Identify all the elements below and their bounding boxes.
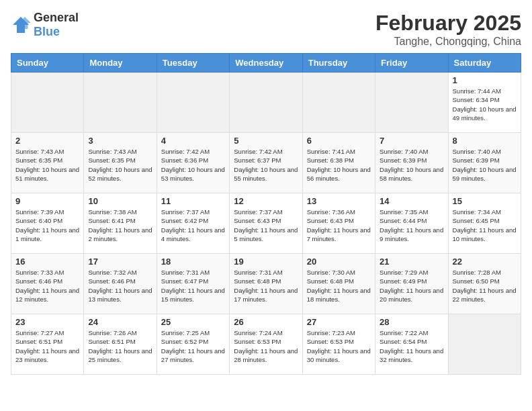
day-info: Sunrise: 7:40 AM Sunset: 6:39 PM Dayligh… <box>380 147 443 183</box>
logo-general: General <box>34 11 79 24</box>
calendar-cell: 20Sunrise: 7:30 AM Sunset: 6:48 PM Dayli… <box>302 254 375 314</box>
calendar-cell: 19Sunrise: 7:31 AM Sunset: 6:48 PM Dayli… <box>230 254 302 314</box>
calendar-cell: 13Sunrise: 7:36 AM Sunset: 6:43 PM Dayli… <box>302 193 375 254</box>
day-info: Sunrise: 7:32 AM Sunset: 6:46 PM Dayligh… <box>88 268 152 304</box>
day-info: Sunrise: 7:43 AM Sunset: 6:35 PM Dayligh… <box>88 147 152 183</box>
day-number: 17 <box>88 257 152 267</box>
day-info: Sunrise: 7:37 AM Sunset: 6:43 PM Dayligh… <box>234 208 298 243</box>
day-number: 20 <box>307 257 371 267</box>
calendar-cell <box>84 73 157 133</box>
header: General Blue February 2025 Tanghe, Chong… <box>11 11 521 48</box>
day-info: Sunrise: 7:42 AM Sunset: 6:36 PM Dayligh… <box>161 147 225 183</box>
calendar-cell: 12Sunrise: 7:37 AM Sunset: 6:43 PM Dayli… <box>230 193 302 254</box>
day-number: 26 <box>234 317 298 327</box>
day-info: Sunrise: 7:29 AM Sunset: 6:49 PM Dayligh… <box>380 268 443 304</box>
calendar-cell: 24Sunrise: 7:26 AM Sunset: 6:51 PM Dayli… <box>84 314 157 375</box>
calendar-cell: 27Sunrise: 7:23 AM Sunset: 6:53 PM Dayli… <box>302 314 375 375</box>
calendar-week-row: 9Sunrise: 7:39 AM Sunset: 6:40 PM Daylig… <box>11 193 521 254</box>
day-number: 2 <box>15 136 79 146</box>
day-info: Sunrise: 7:38 AM Sunset: 6:41 PM Dayligh… <box>88 208 152 243</box>
day-info: Sunrise: 7:34 AM Sunset: 6:45 PM Dayligh… <box>453 208 517 243</box>
calendar-cell: 7Sunrise: 7:40 AM Sunset: 6:39 PM Daylig… <box>375 133 448 193</box>
weekday-header-wednesday: Wednesday <box>230 54 302 73</box>
day-info: Sunrise: 7:28 AM Sunset: 6:50 PM Dayligh… <box>453 268 517 304</box>
day-info: Sunrise: 7:40 AM Sunset: 6:39 PM Dayligh… <box>453 147 517 183</box>
calendar-cell <box>230 73 302 133</box>
calendar-cell <box>11 73 84 133</box>
calendar-cell <box>157 73 229 133</box>
calendar-cell <box>448 314 521 375</box>
day-number: 12 <box>234 196 298 206</box>
calendar-cell: 28Sunrise: 7:22 AM Sunset: 6:54 PM Dayli… <box>375 314 448 375</box>
day-number: 3 <box>88 136 152 146</box>
day-number: 13 <box>307 196 371 206</box>
day-info: Sunrise: 7:23 AM Sunset: 6:53 PM Dayligh… <box>307 328 371 364</box>
day-info: Sunrise: 7:42 AM Sunset: 6:37 PM Dayligh… <box>234 147 298 183</box>
day-number: 9 <box>15 196 79 206</box>
calendar-cell: 15Sunrise: 7:34 AM Sunset: 6:45 PM Dayli… <box>448 193 521 254</box>
title-area: February 2025 Tanghe, Chongqing, China <box>375 11 521 48</box>
logo-blue: Blue <box>34 25 60 38</box>
weekday-header-thursday: Thursday <box>302 54 375 73</box>
calendar-cell: 8Sunrise: 7:40 AM Sunset: 6:39 PM Daylig… <box>448 133 521 193</box>
day-number: 7 <box>380 136 443 146</box>
day-number: 24 <box>88 317 152 327</box>
day-info: Sunrise: 7:31 AM Sunset: 6:47 PM Dayligh… <box>161 268 225 304</box>
day-info: Sunrise: 7:39 AM Sunset: 6:40 PM Dayligh… <box>15 208 79 243</box>
day-number: 14 <box>380 196 443 206</box>
day-number: 8 <box>453 136 517 146</box>
day-number: 27 <box>307 317 371 327</box>
day-number: 16 <box>15 257 79 267</box>
day-info: Sunrise: 7:30 AM Sunset: 6:48 PM Dayligh… <box>307 268 371 304</box>
day-number: 21 <box>380 257 443 267</box>
calendar-cell: 26Sunrise: 7:24 AM Sunset: 6:53 PM Dayli… <box>230 314 302 375</box>
calendar-header: SundayMondayTuesdayWednesdayThursdayFrid… <box>11 54 521 73</box>
day-number: 19 <box>234 257 298 267</box>
calendar-cell: 2Sunrise: 7:43 AM Sunset: 6:35 PM Daylig… <box>11 133 84 193</box>
weekday-header-friday: Friday <box>375 54 448 73</box>
day-number: 1 <box>453 75 517 85</box>
calendar-cell: 9Sunrise: 7:39 AM Sunset: 6:40 PM Daylig… <box>11 193 84 254</box>
day-info: Sunrise: 7:44 AM Sunset: 6:34 PM Dayligh… <box>453 87 517 122</box>
calendar-week-row: 2Sunrise: 7:43 AM Sunset: 6:35 PM Daylig… <box>11 133 521 193</box>
day-number: 10 <box>88 196 152 206</box>
calendar-week-row: 23Sunrise: 7:27 AM Sunset: 6:51 PM Dayli… <box>11 314 521 375</box>
calendar-cell <box>375 73 448 133</box>
calendar-cell: 3Sunrise: 7:43 AM Sunset: 6:35 PM Daylig… <box>84 133 157 193</box>
logo-icon <box>11 15 31 35</box>
calendar-week-row: 16Sunrise: 7:33 AM Sunset: 6:46 PM Dayli… <box>11 254 521 314</box>
day-number: 6 <box>307 136 371 146</box>
day-info: Sunrise: 7:26 AM Sunset: 6:51 PM Dayligh… <box>88 328 152 364</box>
weekday-header-sunday: Sunday <box>11 54 84 73</box>
calendar-cell: 16Sunrise: 7:33 AM Sunset: 6:46 PM Dayli… <box>11 254 84 314</box>
calendar-cell: 14Sunrise: 7:35 AM Sunset: 6:44 PM Dayli… <box>375 193 448 254</box>
day-info: Sunrise: 7:27 AM Sunset: 6:51 PM Dayligh… <box>15 328 79 364</box>
calendar-cell: 17Sunrise: 7:32 AM Sunset: 6:46 PM Dayli… <box>84 254 157 314</box>
day-number: 22 <box>453 257 517 267</box>
day-info: Sunrise: 7:35 AM Sunset: 6:44 PM Dayligh… <box>380 208 443 243</box>
day-info: Sunrise: 7:33 AM Sunset: 6:46 PM Dayligh… <box>15 268 79 304</box>
day-info: Sunrise: 7:43 AM Sunset: 6:35 PM Dayligh… <box>15 147 79 183</box>
calendar-cell: 21Sunrise: 7:29 AM Sunset: 6:49 PM Dayli… <box>375 254 448 314</box>
day-info: Sunrise: 7:24 AM Sunset: 6:53 PM Dayligh… <box>234 328 298 364</box>
day-number: 11 <box>161 196 225 206</box>
day-number: 28 <box>380 317 443 327</box>
calendar-cell: 22Sunrise: 7:28 AM Sunset: 6:50 PM Dayli… <box>448 254 521 314</box>
calendar-cell: 23Sunrise: 7:27 AM Sunset: 6:51 PM Dayli… <box>11 314 84 375</box>
day-info: Sunrise: 7:41 AM Sunset: 6:38 PM Dayligh… <box>307 147 371 183</box>
weekday-header-saturday: Saturday <box>448 54 521 73</box>
calendar-week-row: 1Sunrise: 7:44 AM Sunset: 6:34 PM Daylig… <box>11 73 521 133</box>
calendar-cell: 18Sunrise: 7:31 AM Sunset: 6:47 PM Dayli… <box>157 254 229 314</box>
day-number: 4 <box>161 136 225 146</box>
weekday-header-row: SundayMondayTuesdayWednesdayThursdayFrid… <box>11 54 521 73</box>
day-number: 25 <box>161 317 225 327</box>
calendar-cell: 1Sunrise: 7:44 AM Sunset: 6:34 PM Daylig… <box>448 73 521 133</box>
location-title: Tanghe, Chongqing, China <box>375 36 521 48</box>
weekday-header-tuesday: Tuesday <box>157 54 229 73</box>
calendar-cell: 11Sunrise: 7:37 AM Sunset: 6:42 PM Dayli… <box>157 193 229 254</box>
logo: General Blue <box>11 11 79 39</box>
calendar-cell <box>302 73 375 133</box>
day-info: Sunrise: 7:36 AM Sunset: 6:43 PM Dayligh… <box>307 208 371 243</box>
calendar-cell: 10Sunrise: 7:38 AM Sunset: 6:41 PM Dayli… <box>84 193 157 254</box>
day-info: Sunrise: 7:22 AM Sunset: 6:54 PM Dayligh… <box>380 328 443 364</box>
